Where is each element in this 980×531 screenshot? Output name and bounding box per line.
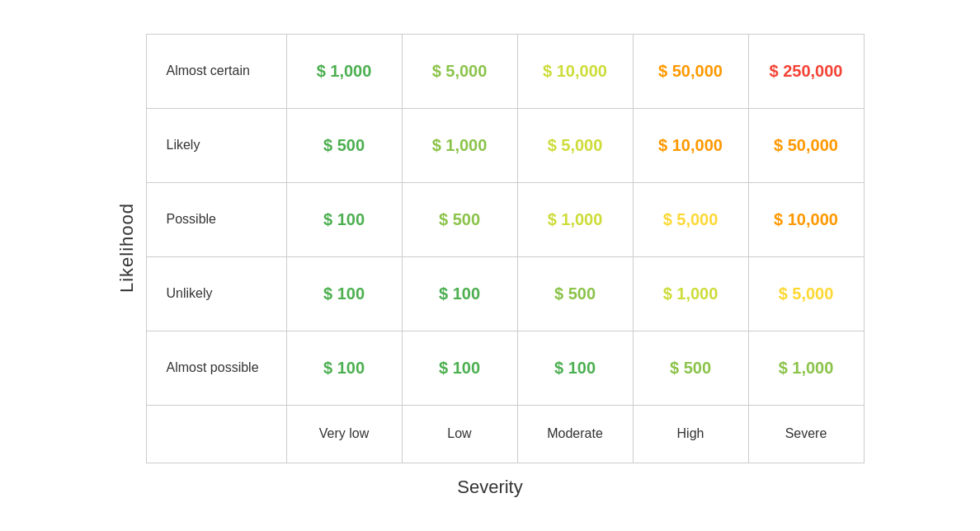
value-cell-r0-c4: $ 250,000 bbox=[748, 34, 864, 108]
value-cell-r3-c4: $ 5,000 bbox=[748, 256, 864, 331]
value-cell-r2-c4: $ 10,000 bbox=[748, 182, 864, 256]
corner-cell bbox=[146, 405, 286, 463]
value-cell-r2-c2: $ 1,000 bbox=[517, 182, 633, 256]
y-axis-label: Likelihood bbox=[116, 203, 138, 293]
value-cell-r0-c3: $ 50,000 bbox=[633, 34, 748, 108]
row-label-3: Unlikely bbox=[146, 256, 286, 331]
row-label-1: Likely bbox=[146, 108, 286, 182]
risk-matrix-chart: Likelihood Almost certain$ 1,000$ 5,000$… bbox=[116, 34, 865, 498]
row-label-4: Almost possible bbox=[146, 331, 286, 405]
x-axis-label: Severity bbox=[457, 477, 522, 498]
value-cell-r1-c1: $ 1,000 bbox=[402, 108, 517, 182]
value-cell-r0-c2: $ 10,000 bbox=[517, 34, 633, 108]
col-label-4: Severe bbox=[748, 405, 864, 463]
matrix-container: Likelihood Almost certain$ 1,000$ 5,000$… bbox=[116, 34, 865, 463]
value-cell-r4-c3: $ 500 bbox=[633, 331, 748, 405]
value-cell-r3-c2: $ 500 bbox=[517, 256, 633, 331]
row-label-2: Possible bbox=[146, 182, 286, 256]
value-cell-r1-c3: $ 10,000 bbox=[633, 108, 748, 182]
value-cell-r4-c4: $ 1,000 bbox=[748, 331, 864, 405]
value-cell-r1-c2: $ 5,000 bbox=[517, 108, 633, 182]
value-cell-r3-c1: $ 100 bbox=[402, 256, 517, 331]
col-label-3: High bbox=[633, 405, 748, 463]
value-cell-r4-c2: $ 100 bbox=[517, 331, 633, 405]
value-cell-r2-c3: $ 5,000 bbox=[633, 182, 748, 256]
col-label-2: Moderate bbox=[517, 405, 633, 463]
risk-table: Almost certain$ 1,000$ 5,000$ 10,000$ 50… bbox=[146, 34, 865, 463]
value-cell-r1-c4: $ 50,000 bbox=[748, 108, 864, 182]
value-cell-r4-c0: $ 100 bbox=[286, 331, 402, 405]
col-label-0: Very low bbox=[286, 405, 402, 463]
row-label-0: Almost certain bbox=[146, 34, 286, 108]
value-cell-r0-c1: $ 5,000 bbox=[402, 34, 517, 108]
value-cell-r1-c0: $ 500 bbox=[286, 108, 402, 182]
value-cell-r3-c0: $ 100 bbox=[286, 256, 402, 331]
value-cell-r2-c1: $ 500 bbox=[402, 182, 517, 256]
value-cell-r0-c0: $ 1,000 bbox=[286, 34, 402, 108]
value-cell-r2-c0: $ 100 bbox=[286, 182, 402, 256]
value-cell-r4-c1: $ 100 bbox=[402, 331, 517, 405]
value-cell-r3-c3: $ 1,000 bbox=[633, 256, 748, 331]
col-label-1: Low bbox=[402, 405, 517, 463]
